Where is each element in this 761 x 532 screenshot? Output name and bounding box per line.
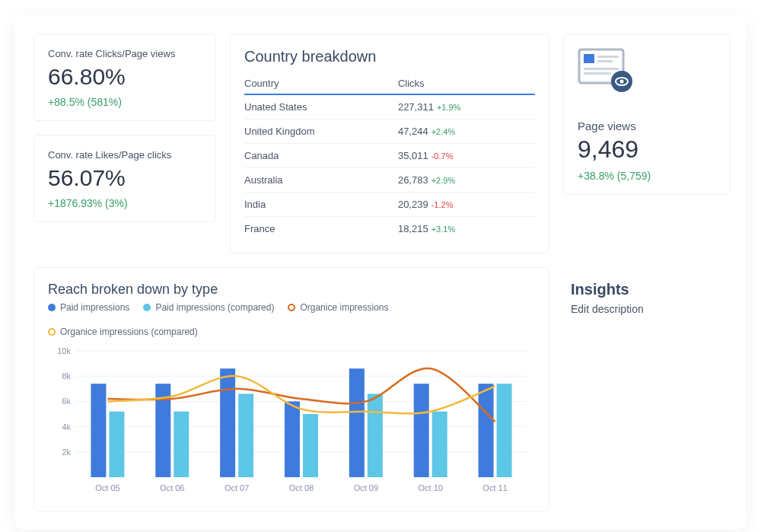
- svg-rect-24: [414, 384, 429, 477]
- svg-rect-2: [597, 56, 619, 58]
- svg-rect-21: [220, 368, 235, 477]
- svg-text:Oct 10: Oct 10: [419, 483, 443, 492]
- svg-rect-3: [597, 60, 613, 62]
- svg-text:Oct 11: Oct 11: [482, 483, 507, 492]
- insights-card: Insights Edit description: [563, 267, 731, 329]
- clicks-cell: 47,244+2.4%: [398, 119, 535, 144]
- legend-organic: Organice impressions: [288, 302, 388, 313]
- svg-text:Oct 08: Oct 08: [289, 483, 314, 492]
- svg-text:Oct 06: Oct 06: [160, 483, 184, 492]
- country-breakdown-title: Country breakdown: [244, 48, 535, 65]
- svg-point-8: [620, 80, 624, 84]
- svg-text:4k: 4k: [62, 422, 71, 432]
- clicks-cell: 20,239-1.2%: [398, 193, 535, 217]
- conv-likes-card: Conv. rate Likes/Page clicks 56.07% +187…: [33, 135, 216, 222]
- reach-chart-card: Reach broken down by type Paid impressio…: [33, 267, 549, 511]
- table-row: India20,239-1.2%: [244, 193, 535, 217]
- svg-rect-23: [349, 368, 365, 477]
- svg-rect-25: [479, 384, 494, 477]
- th-country: Country: [244, 73, 398, 94]
- svg-text:Oct 09: Oct 09: [354, 483, 378, 492]
- svg-text:10k: 10k: [57, 346, 71, 355]
- table-row: Canada35,011-0.7%: [244, 144, 535, 168]
- conv-clicks-card: Conv. rate Clicks/Page views 66.80% +88.…: [33, 33, 216, 121]
- reach-chart-svg: 10k8k6k4k2kOct 05Oct 06Oct 07Oct 08Oct 0…: [48, 343, 535, 495]
- page-views-value: 9,469: [578, 135, 716, 164]
- svg-rect-30: [368, 393, 383, 477]
- clicks-cell: 18,215+3.1%: [398, 217, 535, 241]
- country-breakdown-tbody: Unated States227,311+1.9%United Kingdom4…: [244, 94, 535, 241]
- country-cell: Australia: [244, 168, 398, 193]
- page-views-card: Page views 9,469 +38.8% (5,759): [563, 33, 731, 195]
- conv-clicks-value: 66.80%: [48, 64, 202, 90]
- svg-rect-26: [109, 412, 124, 477]
- table-row: United Kingdom47,244+2.4%: [244, 119, 535, 144]
- svg-rect-29: [303, 414, 318, 477]
- legend-ring-icon: [288, 304, 295, 311]
- left-metrics-column: Conv. rate Clicks/Page views 66.80% +88.…: [33, 33, 216, 222]
- conv-clicks-label: Conv. rate Clicks/Page views: [48, 48, 202, 59]
- svg-rect-27: [174, 412, 189, 477]
- country-breakdown-table: Country Clicks Unated States227,311+1.9%…: [244, 73, 535, 241]
- th-clicks: Clicks: [398, 73, 535, 94]
- conv-likes-value: 56.07%: [48, 165, 202, 191]
- clicks-cell: 227,311+1.9%: [398, 94, 535, 119]
- reach-chart-legend: Paid impressions Paid impressions (compa…: [48, 302, 535, 337]
- page-views-icon: [578, 48, 716, 97]
- svg-rect-19: [91, 384, 106, 477]
- country-cell: Unated States: [244, 94, 398, 119]
- country-cell: France: [244, 217, 398, 241]
- conv-clicks-delta: +88.5% (581%): [48, 96, 202, 108]
- svg-text:6k: 6k: [62, 397, 71, 406]
- svg-rect-22: [285, 401, 300, 477]
- svg-rect-32: [497, 384, 512, 477]
- svg-rect-1: [584, 54, 594, 63]
- legend-paid: Paid impressions: [48, 302, 129, 313]
- legend-organic-compared: Organice impressions (compared): [48, 327, 198, 337]
- svg-rect-31: [432, 412, 447, 477]
- conv-likes-label: Conv. rate Likes/Page clicks: [48, 149, 202, 161]
- svg-text:Oct 05: Oct 05: [95, 483, 119, 492]
- legend-paid-compared: Paid impressions (compared): [143, 302, 274, 313]
- country-breakdown-card: Country breakdown Country Clicks Unated …: [230, 33, 549, 253]
- reach-chart-title: Reach broken down by type: [48, 282, 535, 298]
- legend-dot-icon: [48, 304, 56, 311]
- legend-dot-icon: [143, 304, 151, 311]
- country-cell: India: [244, 193, 398, 217]
- svg-rect-5: [584, 72, 611, 75]
- table-row: Australia26,783+2.9%: [244, 168, 535, 193]
- table-row: Unated States227,311+1.9%: [244, 94, 535, 119]
- insights-subtitle[interactable]: Edit description: [571, 303, 723, 315]
- svg-text:8k: 8k: [62, 371, 71, 381]
- page-views-label: Page views: [578, 119, 716, 132]
- table-row: France18,215+3.1%: [244, 217, 535, 241]
- country-cell: United Kingdom: [244, 119, 398, 144]
- clicks-cell: 26,783+2.9%: [398, 168, 535, 193]
- svg-rect-28: [238, 393, 253, 477]
- page-views-delta: +38.8% (5,759): [578, 170, 716, 182]
- conv-likes-delta: +1876.93% (3%): [48, 197, 202, 209]
- clicks-cell: 35,011-0.7%: [398, 144, 535, 168]
- svg-rect-4: [584, 68, 619, 70]
- dashboard: Conv. rate Clicks/Page views 66.80% +88.…: [15, 15, 746, 530]
- country-cell: Canada: [244, 144, 398, 168]
- legend-ring-icon: [48, 328, 56, 336]
- svg-text:Oct 07: Oct 07: [224, 483, 249, 492]
- insights-title: Insights: [571, 281, 723, 298]
- svg-text:2k: 2k: [62, 448, 71, 457]
